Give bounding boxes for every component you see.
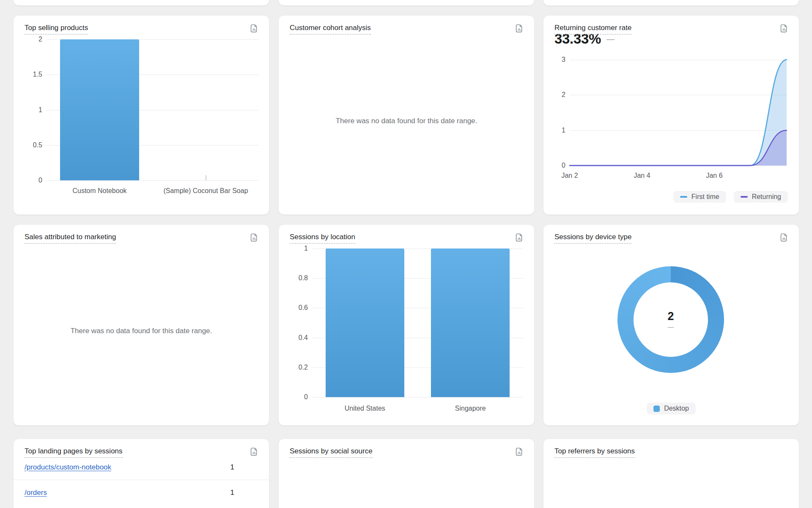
report-chart-icon[interactable]: [515, 24, 524, 33]
y-tick-label: 0.4: [299, 334, 308, 342]
card-title-text[interactable]: Sessions by device type: [554, 233, 631, 244]
y-tick-label: 0.2: [299, 364, 308, 371]
bar-singapore[interactable]: [431, 248, 510, 397]
card-stub: [279, 0, 534, 6]
legend-label: Returning: [752, 193, 781, 201]
plot-area: [47, 39, 259, 180]
line-series: [570, 60, 787, 166]
donut-change-indicator: —: [668, 324, 674, 330]
y-tick-label: 0.6: [299, 304, 308, 312]
report-chart-icon[interactable]: [779, 24, 789, 33]
x-tick-label: Jan 4: [634, 172, 650, 179]
empty-state-text: There was no data found for this date ra…: [14, 327, 269, 335]
card-customer-cohort-analysis: Customer cohort analysis There was no da…: [279, 16, 534, 215]
y-tick-label: 2: [562, 91, 565, 99]
landing-pages-list: /products/custom-notebook 1 /orders 1: [14, 455, 269, 505]
y-tick-label: 0: [38, 177, 42, 184]
y-tick-label: 0: [304, 393, 308, 401]
card-sessions-by-device-type: Sessions by device type 2 — Desktop: [543, 225, 799, 425]
x-axis: Jan 2Jan 4Jan 6: [570, 172, 787, 181]
y-tick-label: 1.5: [33, 71, 42, 78]
report-chart-icon[interactable]: [250, 24, 259, 33]
report-chart-icon[interactable]: [515, 233, 524, 242]
report-chart-icon[interactable]: [250, 447, 259, 456]
card-top-referrers-by-sessions: Top referrers by sessions: [543, 439, 799, 508]
card-title-sessions-by-location[interactable]: Sessions by location: [290, 232, 355, 241]
card-title-text[interactable]: Sessions by social source: [290, 447, 373, 458]
x-tick-label: Custom Notebook: [47, 187, 153, 196]
first-time-swatch: [680, 196, 687, 198]
gridline: [47, 180, 259, 181]
zero-value-tick: [206, 175, 206, 180]
desktop-swatch: [653, 406, 660, 412]
card-sales-attributed-to-marketing: Sales attributed to marketing There was …: [14, 225, 269, 425]
y-tick-label: 0.8: [299, 274, 308, 282]
card-title-text[interactable]: Sales attributed to marketing: [25, 233, 116, 244]
report-chart-icon[interactable]: [515, 447, 524, 456]
bar-united-states[interactable]: [326, 248, 404, 397]
x-axis: Custom Notebook(Sample) Coconut Bar Soap: [47, 187, 259, 209]
y-tick-label: 1: [304, 245, 308, 252]
landing-page-link[interactable]: /products/custom-notebook: [25, 463, 111, 472]
card-title-text[interactable]: Customer cohort analysis: [290, 24, 371, 35]
card-top-selling-products: Top selling products 21.510.50 Custom No…: [14, 16, 269, 215]
x-axis: United StatesSingapore: [312, 404, 523, 415]
legend-item-returning[interactable]: Returning: [734, 191, 788, 203]
donut-legend: Desktop: [647, 403, 696, 414]
landing-page-link[interactable]: /orders: [25, 489, 47, 497]
legend-item-desktop[interactable]: Desktop: [647, 403, 696, 414]
y-axis: 3210: [554, 60, 565, 166]
sessions-count: 1: [230, 463, 234, 472]
list-item: /products/custom-notebook 1: [14, 455, 269, 480]
empty-state-text: There was no data found for this date ra…: [279, 117, 534, 125]
card-stub: [543, 0, 799, 6]
y-axis: 10.80.60.40.20: [287, 248, 308, 397]
card-title-sessions-by-device-type[interactable]: Sessions by device type: [554, 232, 631, 241]
y-tick-label: 2: [38, 36, 42, 43]
card-title-text[interactable]: Returning customer rate: [554, 24, 631, 35]
card-title-text[interactable]: Sessions by location: [290, 233, 355, 244]
card-title-text[interactable]: Top referrers by sessions: [554, 447, 635, 458]
card-returning-customer-rate: Returning customer rate 33.33% — 3210 Ja…: [543, 16, 799, 215]
card-title-top-selling-products[interactable]: Top selling products: [25, 23, 88, 32]
gridline: [312, 397, 523, 398]
x-tick-label: (Sample) Coconut Bar Soap: [153, 187, 259, 196]
card-top-landing-pages: Top landing pages by sessions /products/…: [14, 439, 269, 508]
legend-item-first-time[interactable]: First time: [673, 191, 726, 203]
card-title-returning-customer-rate[interactable]: Returning customer rate: [554, 23, 631, 32]
x-tick-label: Singapore: [418, 404, 524, 413]
card-title-customer-cohort-analysis[interactable]: Customer cohort analysis: [290, 23, 371, 32]
legend-label: First time: [691, 193, 719, 201]
x-tick-label: United States: [312, 404, 418, 413]
card-sessions-by-social-source: Sessions by social source: [279, 439, 534, 508]
legend-label: Desktop: [664, 405, 689, 412]
returning-swatch: [741, 196, 748, 198]
y-tick-label: 0: [562, 162, 565, 169]
y-tick-label: 3: [562, 56, 565, 64]
card-stub: [14, 0, 269, 6]
report-chart-icon[interactable]: [779, 233, 789, 242]
report-chart-icon[interactable]: [250, 233, 259, 242]
card-title-text[interactable]: Top selling products: [25, 24, 88, 35]
x-tick-label: Jan 6: [706, 172, 722, 179]
card-title-sessions-by-social-source[interactable]: Sessions by social source: [290, 447, 373, 456]
card-title-text[interactable]: Top landing pages by sessions: [25, 447, 123, 458]
chart-legend: First time Returning: [673, 191, 788, 203]
plot-area: [570, 60, 787, 166]
list-item: /orders 1: [14, 480, 269, 505]
card-sessions-by-location: Sessions by location 10.80.60.40.20 Unit…: [279, 225, 534, 425]
card-title-sales-attributed-to-marketing[interactable]: Sales attributed to marketing: [25, 232, 116, 241]
bar-custom-notebook[interactable]: [60, 39, 139, 180]
y-tick-label: 1: [38, 106, 42, 114]
sessions-by-device-type-donut: 2 —: [617, 266, 724, 373]
card-title-top-referrers-by-sessions[interactable]: Top referrers by sessions: [554, 447, 635, 456]
x-tick-label: Jan 2: [561, 172, 578, 179]
sessions-count: 1: [230, 489, 234, 497]
plot-area: [312, 248, 523, 397]
y-tick-label: 1: [562, 127, 565, 134]
y-axis: 21.510.50: [22, 39, 42, 180]
donut-total: 2: [667, 310, 674, 323]
card-title-top-landing-pages[interactable]: Top landing pages by sessions: [25, 447, 123, 456]
y-tick-label: 0.5: [33, 141, 42, 149]
metric-change-indicator: —: [606, 34, 614, 44]
